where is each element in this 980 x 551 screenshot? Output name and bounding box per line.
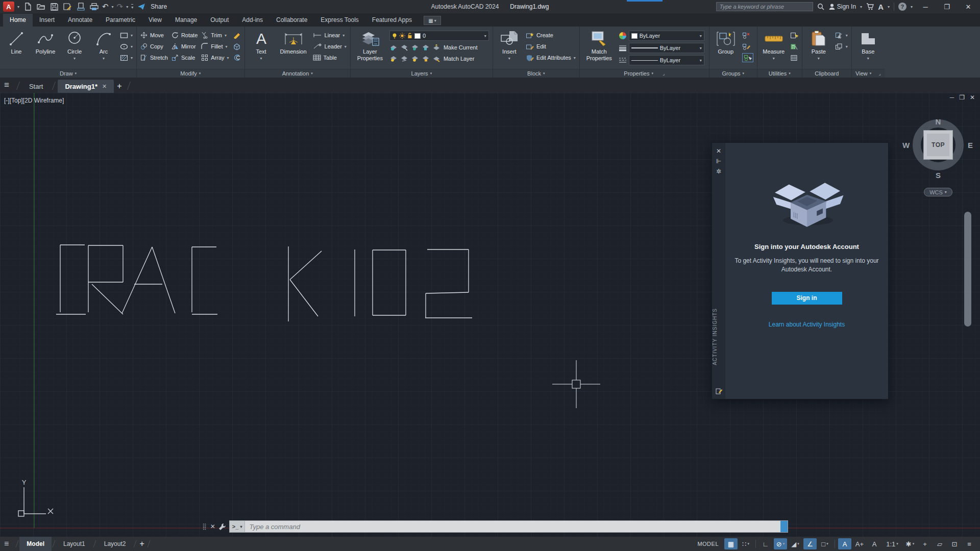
array-button[interactable]: Array▾ [201,53,229,62]
panel-label-annotation[interactable]: Annotation▾ [245,69,350,78]
ribbon-tab-express-tools[interactable]: Express Tools [314,14,365,27]
fillet-button[interactable]: Fillet▾ [201,42,229,51]
lineweight-dropdown[interactable]: ByLayer▾ [629,43,704,53]
drawn-text-lines[interactable] [56,245,472,321]
redo-caret-icon[interactable]: ▾ [126,5,128,9]
wcs-dropdown[interactable]: WCS▾ [924,188,952,196]
redo-button[interactable]: ↷ [117,2,124,11]
sign-in-button-panel[interactable]: Sign in [772,292,842,305]
share-icon[interactable] [136,2,146,12]
rotate-button[interactable]: Rotate [172,31,198,40]
new-file-button[interactable] [22,2,33,12]
ribbon-tab-collaborate[interactable]: Collaborate [270,14,314,27]
ribbon-tab-manage[interactable]: Manage [168,14,204,27]
table-button[interactable]: Table [313,53,347,62]
status-workspace-switching[interactable]: ✱▾ [903,538,917,549]
ungroup-button[interactable] [742,31,753,40]
new-drawing-tab-button[interactable]: + [117,82,121,91]
ribbon-tab-home[interactable]: Home [3,14,33,27]
customize-wrench-icon[interactable] [218,523,226,531]
panel-close-icon[interactable]: ✕ [716,146,721,156]
viewcube-north[interactable]: N [936,117,941,126]
status-object-snap[interactable]: □▾ [818,538,831,549]
drawing-canvas[interactable]: Y [-][Top][2D Wireframe] ─ ❐ ✕ N S W E T… [0,93,980,537]
panel-label-block[interactable]: Block▾ [493,69,579,78]
window-minimize-button[interactable]: ─ [917,1,934,12]
ribbon-tab-view[interactable]: View [142,14,168,27]
sign-in-caret-icon[interactable]: ▾ [860,5,862,9]
panel-label-view[interactable]: View▾⌟ [852,69,885,78]
drawing-minimize-button[interactable]: ─ [950,94,954,101]
status-isolate-objects[interactable]: ▱ [933,538,946,549]
explode-button[interactable] [233,42,241,51]
panel-label-clipboard[interactable]: Clipboard [802,69,851,78]
ribbon-tab-featured-apps[interactable]: Featured Apps [365,14,419,27]
help-caret-icon[interactable]: ▾ [911,5,913,9]
group-button[interactable]: Group [713,29,739,55]
match-layer-button[interactable]: Match Layer [432,54,475,63]
viewcube-west[interactable]: W [902,141,910,149]
apps-caret-icon[interactable]: ▾ [888,5,890,9]
create-block-button[interactable]: Create [526,31,576,40]
file-tab-start[interactable]: Start [22,80,50,93]
autodesk-apps-icon[interactable]: A [878,3,884,11]
status-autoscale[interactable]: A+ [853,538,866,549]
stretch-button[interactable]: Stretch [140,53,168,62]
command-prompt-chip[interactable]: >_▾ [230,521,246,532]
panel-autohide-icon[interactable]: ⊩ [716,156,721,166]
panel-bottom-icon[interactable] [716,386,722,396]
status-annotation-visibility[interactable]: A [838,538,851,549]
id-point-button[interactable] [790,53,798,62]
search-input[interactable] [716,2,813,11]
drawing-close-button[interactable]: ✕ [970,94,975,101]
make-current-button[interactable]: Make Current [432,43,478,52]
print-button[interactable] [89,2,99,12]
ribbon-tab-add-ins[interactable]: Add-ins [235,14,270,27]
file-tab-drawing1[interactable]: Drawing1* ✕ [58,80,114,93]
drawing-restore-button[interactable]: ❐ [959,94,965,101]
paste-button[interactable]: Paste▾ [806,29,831,61]
panel-label-properties[interactable]: Properties▾⌟ [580,69,709,78]
window-close-button[interactable]: ✕ [960,1,977,12]
file-tabs-menu-icon[interactable]: ≡ [4,80,9,90]
undo-caret-icon[interactable]: ▾ [112,5,114,9]
command-input-field[interactable]: >_▾ [229,520,788,533]
status-object-snap-tracking[interactable]: ∠ [803,538,817,549]
base-view-button[interactable]: Base▾ [855,29,881,61]
edit-attributes-button[interactable]: Edit Attributes▾ [526,53,576,62]
viewcube[interactable]: N S W E TOP [912,118,965,176]
status-annotation-scale-flag[interactable]: A [868,538,881,549]
plot-button[interactable] [76,2,86,12]
viewcube-east[interactable]: E [968,141,973,149]
save-button[interactable] [49,2,59,12]
open-file-button[interactable] [36,2,46,12]
ellipse-tool-button[interactable]: ▾ [120,42,133,51]
help-icon[interactable]: ? [898,3,906,11]
ribbon-tab-annotate[interactable]: Annotate [61,14,99,27]
text-button[interactable]: A Text▾ [249,29,274,61]
polyline-button[interactable]: Polyline [33,29,58,55]
layout2-tab[interactable]: Layout2 [97,537,133,551]
ucs-icon[interactable]: Y [18,479,53,516]
status-ortho-mode[interactable]: ∟ [759,538,772,549]
status-annotation-scale[interactable]: 1:1▾ [883,538,902,549]
layer-properties-button[interactable]: Layer Properties [354,29,386,61]
layer-select-dropdown[interactable]: 0 ▾ [389,31,489,41]
share-button[interactable]: Share [151,3,167,10]
measure-button[interactable]: Measure▾ [761,29,787,61]
command-line-endcap[interactable] [780,521,788,532]
line-button[interactable]: Line [4,29,29,55]
command-line-drag-handle[interactable]: ⣿ [202,523,207,530]
arc-button[interactable]: Arc▾ [91,29,116,61]
save-as-button[interactable] [62,2,72,12]
trim-button[interactable]: Trim▾ [201,31,229,40]
leader-button[interactable]: Leader▾ [313,42,347,51]
linetype-dropdown[interactable]: ByLayer▾ [629,55,704,65]
circle-button[interactable]: Circle▾ [62,29,87,61]
close-tab-icon[interactable]: ✕ [102,83,107,90]
mirror-button[interactable]: Mirror [172,42,198,51]
insert-block-button[interactable]: Insert▾ [497,29,522,61]
panel-label-utilities[interactable]: Utilities▾ [757,69,802,78]
ribbon-tab-parametric[interactable]: Parametric [99,14,142,27]
window-restore-button[interactable]: ❐ [938,1,955,12]
